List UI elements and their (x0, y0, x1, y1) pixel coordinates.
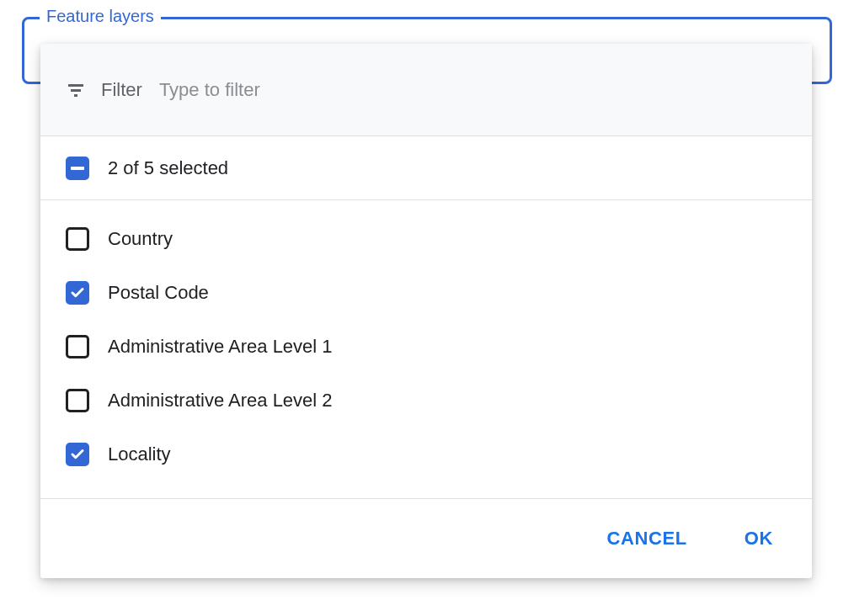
selection-summary: 2 of 5 selected (108, 157, 228, 179)
option-label: Postal Code (108, 282, 209, 304)
filter-label: Filter (101, 79, 142, 101)
select-all-row[interactable]: 2 of 5 selected (40, 136, 812, 200)
select-all-checkbox[interactable] (66, 157, 89, 180)
option-label: Country (108, 228, 173, 250)
svg-rect-1 (71, 89, 81, 92)
svg-rect-0 (68, 84, 83, 87)
option-checkbox[interactable] (66, 335, 89, 358)
option-row[interactable]: Country (40, 212, 812, 266)
svg-rect-2 (74, 94, 77, 97)
option-row[interactable]: Locality (40, 427, 812, 481)
filter-input[interactable] (157, 78, 787, 102)
field-legend: Feature layers (40, 8, 161, 24)
option-row[interactable]: Administrative Area Level 2 (40, 374, 812, 427)
option-label: Administrative Area Level 2 (108, 390, 333, 412)
ok-button[interactable]: OK (739, 521, 778, 556)
cancel-button[interactable]: CANCEL (602, 521, 692, 556)
dialog-actions: CANCEL OK (40, 499, 812, 578)
option-checkbox[interactable] (66, 281, 89, 305)
option-label: Administrative Area Level 1 (108, 336, 333, 358)
option-row[interactable]: Postal Code (40, 266, 812, 320)
filter-icon (66, 80, 86, 100)
filter-bar: Filter (40, 44, 812, 136)
option-checkbox[interactable] (66, 389, 89, 412)
option-checkbox[interactable] (66, 443, 89, 466)
option-checkbox[interactable] (66, 227, 89, 251)
option-list: CountryPostal CodeAdministrative Area Le… (40, 200, 812, 499)
option-row[interactable]: Administrative Area Level 1 (40, 320, 812, 374)
feature-layers-dropdown: Filter 2 of 5 selected CountryPostal Cod… (40, 44, 812, 578)
option-label: Locality (108, 443, 171, 465)
